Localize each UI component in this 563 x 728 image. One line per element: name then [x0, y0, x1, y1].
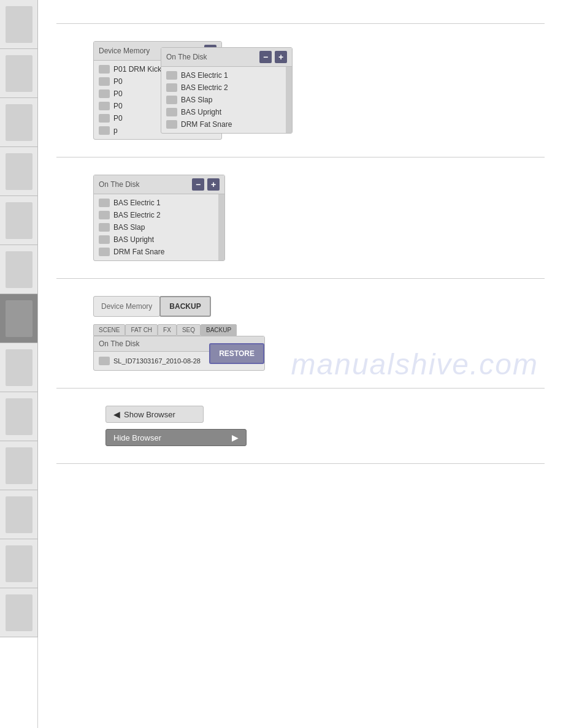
on-the-disk-backup-header: On The Disk RESTORE	[94, 336, 264, 352]
item-icon	[99, 65, 110, 74]
sidebar-tab-5[interactable]	[0, 196, 38, 245]
list-item: BAS Slap	[161, 94, 292, 106]
item-icon	[99, 223, 110, 232]
divider-top	[56, 23, 545, 24]
list-item: DRM Fat Snare	[161, 118, 292, 131]
device-memory-backup-row: Device Memory BACKUP	[93, 296, 211, 317]
item-icon	[99, 89, 110, 98]
sidebar-tab-12[interactable]	[0, 539, 38, 588]
on-the-disk-header: On The Disk − +	[94, 175, 224, 194]
section-backup-restore: Device Memory BACKUP SCENE FAT CH FX SEQ…	[56, 290, 545, 377]
item-icon	[166, 96, 177, 104]
item-icon	[166, 108, 177, 116]
main-content: manualshive.com Device Memory + P01 DRM …	[38, 0, 563, 728]
sidebar-tab-3[interactable]	[0, 98, 38, 147]
on-the-disk-backup-panel: On The Disk RESTORE SL_ID71303167_2010-0…	[93, 336, 265, 371]
sidebar-tab-4[interactable]	[0, 147, 38, 196]
sidebar-tab-2[interactable]	[0, 49, 38, 98]
item-icon	[99, 235, 110, 244]
backup-area: Device Memory BACKUP SCENE FAT CH FX SEQ…	[93, 296, 545, 371]
on-the-disk-overlay-list: BAS Electric 1 BAS Electric 2 BAS Slap B…	[161, 67, 292, 133]
scrollbar-2[interactable]	[218, 194, 224, 260]
show-browser-label: Show Browser	[124, 410, 175, 419]
item-icon	[99, 211, 110, 219]
on-the-disk-title: On The Disk	[99, 180, 139, 189]
arrow-right-icon: ▶	[232, 433, 239, 442]
browser-buttons-section: ◀ Show Browser Hide Browser ▶	[56, 400, 545, 452]
on-the-disk-add-button[interactable]: +	[275, 51, 287, 63]
list-item: BAS Upright	[94, 233, 224, 246]
item-icon	[166, 71, 177, 80]
device-memory-title: Device Memory	[99, 47, 150, 55]
tab-seq[interactable]: SEQ	[177, 324, 201, 336]
list-item: BAS Electric 2	[161, 82, 292, 94]
on-the-disk-overlay-header: On The Disk − +	[161, 48, 292, 67]
item-icon	[99, 77, 110, 86]
on-the-disk-standalone-add-button[interactable]: +	[207, 178, 220, 191]
list-item: BAS Upright	[161, 106, 292, 118]
item-icon	[99, 199, 110, 207]
divider-bottom	[56, 463, 545, 464]
divider-3	[56, 388, 545, 389]
on-the-disk-overlay-title: On The Disk	[166, 53, 207, 61]
on-the-disk-panel: On The Disk − + BAS Electric 1 BAS Elect…	[93, 175, 225, 261]
sidebar-tab-10[interactable]	[0, 441, 38, 490]
tab-backup[interactable]: BACKUP	[201, 324, 237, 336]
hide-browser-button[interactable]: Hide Browser ▶	[105, 429, 247, 446]
divider-2	[56, 278, 545, 279]
tab-fx[interactable]: FX	[158, 324, 177, 336]
scrollbar[interactable]	[286, 67, 292, 133]
hide-browser-label: Hide Browser	[113, 433, 161, 442]
show-browser-button[interactable]: ◀ Show Browser	[105, 406, 204, 423]
on-the-disk-minus-button[interactable]: −	[259, 51, 272, 63]
sidebar-tab-13[interactable]	[0, 588, 38, 637]
sidebar-tab-11[interactable]	[0, 490, 38, 539]
item-icon	[99, 102, 110, 110]
sidebar-tab-8[interactable]	[0, 343, 38, 392]
section-on-the-disk: On The Disk − + BAS Electric 1 BAS Elect…	[56, 169, 545, 267]
on-the-disk-list: BAS Electric 1 BAS Electric 2 BAS Slap B…	[94, 194, 224, 260]
arrow-left-icon: ◀	[113, 409, 120, 419]
list-item: BAS Electric 2	[94, 209, 224, 221]
list-item: DRM Fat Snare	[94, 246, 224, 258]
tab-fat-ch[interactable]: FAT CH	[125, 324, 158, 336]
list-item: BAS Electric 1	[161, 69, 292, 82]
backup-tabs-row: SCENE FAT CH FX SEQ BACKUP	[93, 324, 265, 336]
tab-scene[interactable]: SCENE	[93, 324, 125, 336]
on-the-disk-standalone-minus-button[interactable]: −	[192, 178, 204, 191]
list-item: BAS Slap	[94, 221, 224, 233]
on-the-disk-overlay-panel: On The Disk − + BAS Electric 1 BAS Elect…	[161, 47, 293, 134]
sidebar-tab-7[interactable]	[0, 294, 38, 343]
item-icon	[99, 126, 110, 135]
item-icon	[166, 120, 177, 129]
item-icon	[99, 357, 110, 365]
sidebar-tab-1[interactable]	[0, 0, 38, 49]
divider-1	[56, 157, 545, 157]
restore-button[interactable]: RESTORE	[209, 343, 264, 364]
section-device-memory: Device Memory + P01 DRM Kick 1 P0 P0	[56, 35, 545, 146]
on-the-disk-backup-title: On The Disk	[99, 339, 139, 348]
device-memory-backup-label: Device Memory	[93, 296, 160, 317]
item-icon	[166, 83, 177, 92]
item-icon	[99, 114, 110, 123]
list-item: BAS Electric 1	[94, 197, 224, 209]
backup-button[interactable]: BACKUP	[159, 296, 210, 317]
sidebar-tab-9[interactable]	[0, 392, 38, 441]
sidebar	[0, 0, 38, 728]
sidebar-tab-6[interactable]	[0, 245, 38, 294]
item-icon	[99, 248, 110, 256]
